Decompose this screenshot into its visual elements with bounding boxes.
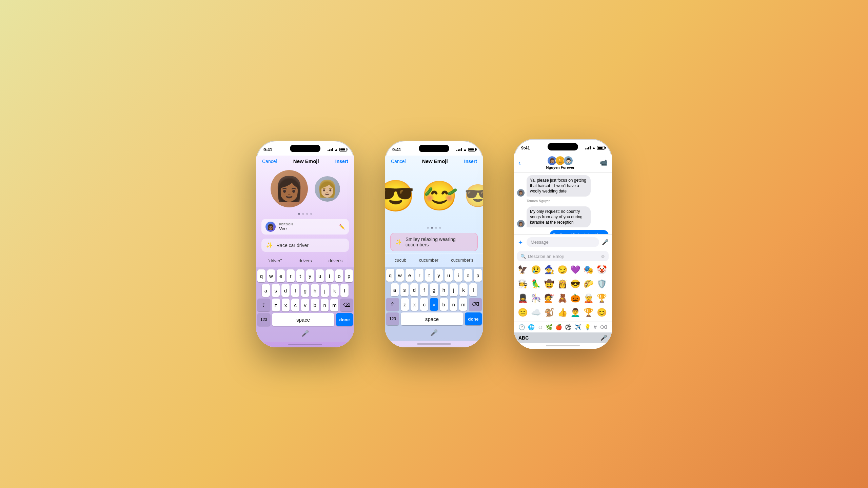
symbols-icon[interactable]: # xyxy=(594,324,597,330)
key2-s[interactable]: s xyxy=(400,283,409,296)
key-m[interactable]: m xyxy=(330,299,338,311)
key2-u[interactable]: u xyxy=(445,269,453,282)
emoji-main-custom[interactable]: 😊 🥒 🥒 xyxy=(421,181,457,210)
emoji-cell-1[interactable]: 🦅 xyxy=(517,264,529,276)
autocomplete-2-1[interactable]: cucub xyxy=(392,256,409,264)
shift-key-2[interactable]: ⇧ xyxy=(386,298,399,311)
cancel-button-2[interactable]: Cancel xyxy=(391,159,406,164)
describe-field-2[interactable]: ✨ Smiley relaxing wearing cucumbers xyxy=(390,233,478,251)
insert-button-2[interactable]: Insert xyxy=(464,159,477,164)
emoji-cell-18[interactable]: 🧸 xyxy=(557,292,568,304)
key2-o[interactable]: o xyxy=(464,269,472,282)
edit-icon[interactable]: ✏️ xyxy=(339,224,345,229)
emoji-cell-5[interactable]: 💜 xyxy=(570,264,581,276)
key2-t[interactable]: t xyxy=(425,269,433,282)
emoji-cell-27[interactable]: 🏆 xyxy=(583,307,594,318)
key-n[interactable]: n xyxy=(321,299,329,311)
emoji-cell-7[interactable]: 🤡 xyxy=(596,264,608,276)
emoji-cell-21[interactable]: 🏆 xyxy=(596,292,608,304)
key-q[interactable]: q xyxy=(257,269,265,282)
emoji-cell-10[interactable]: 🤠 xyxy=(544,278,555,290)
autocomplete-3[interactable]: driver's xyxy=(326,257,346,265)
key-r[interactable]: r xyxy=(287,269,295,282)
autocomplete-2-2[interactable]: cucumber xyxy=(416,256,441,264)
key-k[interactable]: k xyxy=(331,284,339,297)
memoji-secondary[interactable]: 👩🏼 xyxy=(315,176,340,202)
emoji-cell-3[interactable]: 🧙 xyxy=(544,264,555,276)
recent-icon[interactable]: 🕐 xyxy=(518,324,525,330)
key2-v[interactable]: v xyxy=(430,298,438,311)
emoji-cell-14[interactable]: 🛡️ xyxy=(596,278,608,290)
key2-e[interactable]: e xyxy=(406,269,414,282)
autocomplete-2[interactable]: drivers xyxy=(296,257,315,265)
delete-key[interactable]: ⌫ xyxy=(340,299,353,311)
emoji-cell-26[interactable]: 👨‍🦱 xyxy=(570,307,581,318)
num-key[interactable]: 123 xyxy=(257,313,270,326)
emoji-cell-22[interactable]: 😑 xyxy=(517,307,529,318)
shift-key[interactable]: ⇧ xyxy=(257,299,270,311)
num-key-2[interactable]: 123 xyxy=(386,312,399,325)
key-p[interactable]: p xyxy=(345,269,353,282)
key-t[interactable]: t xyxy=(296,269,304,282)
key-o[interactable]: o xyxy=(335,269,343,282)
key-s[interactable]: s xyxy=(272,284,280,297)
emoji-secondary[interactable]: 😎 xyxy=(464,185,484,207)
key-c[interactable]: c xyxy=(291,299,299,311)
emoji-cell-25[interactable]: 👍 xyxy=(557,307,568,318)
key2-j[interactable]: j xyxy=(450,283,458,296)
key2-l[interactable]: l xyxy=(469,283,477,296)
emoji-face-icon[interactable]: ☺ xyxy=(537,324,543,330)
describe-text-1[interactable]: Race car driver xyxy=(276,243,344,248)
emoji-main[interactable]: 😎 xyxy=(385,181,415,211)
key-g[interactable]: g xyxy=(301,284,309,297)
key2-n[interactable]: n xyxy=(450,298,458,311)
key-b[interactable]: b xyxy=(311,299,319,311)
key-a[interactable]: a xyxy=(262,284,270,297)
key-v[interactable]: v xyxy=(301,299,309,311)
key-d[interactable]: d xyxy=(281,284,290,297)
key-i[interactable]: i xyxy=(326,269,334,282)
key2-m[interactable]: m xyxy=(459,298,467,311)
emoji-cell-11[interactable]: 👸 xyxy=(557,278,568,290)
key2-r[interactable]: r xyxy=(415,269,423,282)
emoji-cell-13[interactable]: 🌮 xyxy=(583,278,594,290)
key-l[interactable]: l xyxy=(340,284,349,297)
emoji-cell-12[interactable]: 😎 xyxy=(570,278,581,290)
mic-icon-1[interactable]: 🎤 xyxy=(301,330,309,337)
mic-icon-2[interactable]: 🎤 xyxy=(430,329,438,337)
describe-field-1[interactable]: ✨ Race car driver xyxy=(261,239,349,252)
mic-button-messages[interactable]: 🎤 xyxy=(602,239,609,245)
key2-h[interactable]: h xyxy=(440,283,448,296)
emoji-cell-19[interactable]: 🎃 xyxy=(570,292,581,304)
globe-icon[interactable]: 🌐 xyxy=(528,324,535,330)
key-u[interactable]: u xyxy=(316,269,324,282)
key2-d[interactable]: d xyxy=(410,283,418,296)
space-key[interactable]: space xyxy=(272,313,334,326)
autocomplete-2-3[interactable]: cucumber's xyxy=(448,256,476,264)
objects-icon[interactable]: 💡 xyxy=(584,324,591,330)
key-y[interactable]: y xyxy=(306,269,314,282)
contact-name[interactable]: Nguyen Forever xyxy=(546,165,574,169)
key2-q[interactable]: q xyxy=(386,269,394,282)
emoji-cell-24[interactable]: 🐒 xyxy=(544,307,555,318)
delete-key-2[interactable]: ⌫ xyxy=(469,298,482,311)
key2-x[interactable]: x xyxy=(411,298,419,311)
key2-f[interactable]: f xyxy=(420,283,428,296)
done-key[interactable]: done xyxy=(336,313,353,326)
key2-z[interactable]: z xyxy=(401,298,409,311)
key2-i[interactable]: i xyxy=(454,269,462,282)
delete-emoji-icon[interactable]: ⌫ xyxy=(599,324,607,330)
key2-y[interactable]: y xyxy=(435,269,443,282)
key2-c[interactable]: c xyxy=(420,298,428,311)
emoji-cell-9[interactable]: 🦜 xyxy=(530,278,542,290)
emoji-cell-16[interactable]: 🎠 xyxy=(530,292,542,304)
emoji-cell-17[interactable]: 💇 xyxy=(544,292,555,304)
key-w[interactable]: w xyxy=(267,269,275,282)
emoji-cell-20[interactable]: 🧝 xyxy=(583,292,594,304)
describe-text-2[interactable]: Smiley relaxing wearing cucumbers xyxy=(406,237,473,247)
emoji-cell-8[interactable]: 🧑‍🍳 xyxy=(517,278,529,290)
key-f[interactable]: f xyxy=(291,284,299,297)
video-button[interactable]: 📹 xyxy=(600,159,607,166)
key-x[interactable]: x xyxy=(282,299,290,311)
emoji-search-bar[interactable]: 🔍 Describe an Emoji ☺ xyxy=(517,251,609,261)
